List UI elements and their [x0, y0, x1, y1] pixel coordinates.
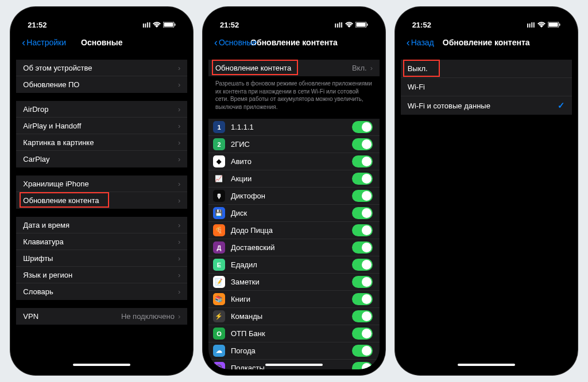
app-icon: 🎧	[213, 362, 225, 369]
app-toggle[interactable]	[352, 207, 373, 219]
option-row[interactable]: Wi-Fi и сотовые данные✓	[401, 96, 572, 115]
app-toggle[interactable]	[352, 293, 373, 305]
chevron-right-icon: ›	[178, 64, 180, 72]
settings-row[interactable]: Шрифты›	[16, 250, 187, 267]
settings-row[interactable]: AirPlay и Handoff›	[16, 118, 187, 134]
settings-row[interactable]: AirDrop›	[16, 101, 187, 118]
app-row: ДДостаевский	[208, 239, 380, 256]
app-toggle[interactable]	[352, 362, 373, 369]
notch	[449, 7, 524, 20]
app-label: 2ГИС	[231, 140, 346, 149]
app-row: ООТП Банк	[208, 325, 380, 342]
screen-1: 21:52 ııll ‹ Настройки Основные Об этом …	[16, 13, 187, 369]
app-toggle[interactable]	[352, 310, 373, 322]
option-row[interactable]: Выкл.	[401, 60, 572, 78]
chevron-right-icon: ›	[178, 105, 180, 114]
content-2[interactable]: Обновление контентаВкл.›Разрешать в фоно…	[208, 52, 380, 369]
back-button[interactable]: ‹ Назад	[407, 37, 434, 49]
svg-rect-7	[548, 22, 558, 26]
row-label: CarPlay	[23, 155, 178, 163]
app-toggle[interactable]	[352, 224, 373, 236]
app-row: 💾Диск	[208, 205, 380, 222]
row-label: Обновление контента	[215, 64, 352, 72]
background-refresh-row[interactable]: Обновление контентаВкл.›	[208, 60, 380, 76]
section-footer: Разрешать в фоновом режиме обновление пр…	[208, 76, 380, 114]
chevron-right-icon: ›	[178, 80, 180, 89]
status-time: 21:52	[220, 21, 239, 29]
settings-row[interactable]: Обновление ПО›	[16, 76, 187, 93]
settings-row[interactable]: Об этом устройстве›	[16, 60, 187, 76]
app-label: Команды	[231, 312, 346, 321]
settings-row[interactable]: Хранилище iPhone›	[16, 176, 187, 192]
app-label: 1.1.1.1	[231, 123, 346, 131]
back-button[interactable]: ‹ Основные	[214, 37, 257, 49]
app-label: Акции	[231, 174, 346, 183]
app-icon: ◆	[213, 155, 225, 167]
option-label: Выкл.	[408, 64, 565, 73]
content-3[interactable]: Выкл.Wi-FiWi-Fi и сотовые данные✓	[401, 52, 572, 369]
home-indicator[interactable]	[458, 364, 515, 366]
row-label: Обновление контента	[23, 196, 178, 205]
app-icon: 1	[213, 121, 225, 133]
phone-frame-3: 21:52 ııll ‹ Назад Обновление контента В…	[395, 7, 578, 375]
phone-frame-1: 21:52 ııll ‹ Настройки Основные Об этом …	[10, 7, 193, 375]
nav-bar: ‹ Настройки Основные	[16, 33, 187, 52]
option-row[interactable]: Wi-Fi	[401, 78, 572, 96]
app-toggle[interactable]	[352, 328, 373, 340]
home-indicator[interactable]	[265, 364, 323, 366]
settings-section: Об этом устройстве›Обновление ПО›	[16, 60, 187, 93]
settings-row[interactable]: Клавиатура›	[16, 233, 187, 250]
apps-section: 11.1.1.122ГИС◆Авито📈Акции🎙Диктофон💾Диск🍕…	[208, 119, 380, 369]
row-value: Вкл.	[352, 64, 367, 72]
row-label: Об этом устройстве	[23, 64, 178, 72]
svg-rect-1	[164, 22, 173, 26]
app-label: Погода	[231, 346, 346, 355]
app-toggle[interactable]	[352, 138, 373, 150]
phone-frame-2: 21:52 ııll ‹ Основные Обновление контент…	[203, 7, 385, 375]
app-toggle[interactable]	[352, 190, 373, 202]
screen-3: 21:52 ııll ‹ Назад Обновление контента В…	[401, 13, 572, 369]
app-row: 🍕Додо Пицца	[208, 222, 380, 239]
settings-section: VPNНе подключено›	[16, 308, 187, 325]
app-toggle[interactable]	[352, 259, 373, 271]
status-indicators: ııll	[142, 21, 176, 29]
app-toggle[interactable]	[352, 345, 373, 357]
app-icon: 🎙	[213, 190, 225, 202]
app-toggle[interactable]	[352, 155, 373, 167]
settings-row[interactable]: VPNНе подключено›	[16, 308, 187, 325]
row-label: Обновление ПО	[23, 80, 178, 89]
chevron-right-icon: ›	[178, 312, 180, 321]
app-toggle[interactable]	[352, 173, 373, 185]
row-label: Словарь	[23, 287, 178, 296]
app-icon: 🍕	[213, 224, 225, 236]
settings-row[interactable]: Обновление контента›	[16, 192, 187, 209]
back-label: Назад	[411, 38, 434, 47]
settings-row[interactable]: CarPlay›	[16, 151, 187, 167]
home-indicator[interactable]	[73, 364, 130, 366]
notch	[64, 7, 139, 20]
option-label: Wi-Fi	[408, 83, 565, 91]
back-button[interactable]: ‹ Настройки	[22, 37, 66, 49]
chevron-right-icon: ›	[178, 287, 180, 296]
app-row: 22ГИС	[208, 136, 380, 153]
back-label: Основные	[219, 38, 257, 47]
checkmark-icon: ✓	[558, 100, 565, 111]
app-icon: ☁	[213, 345, 225, 357]
settings-row[interactable]: Язык и регион›	[16, 267, 187, 283]
row-label: Дата и время	[23, 221, 178, 229]
settings-row[interactable]: Картинка в картинке›	[16, 134, 187, 151]
content-1[interactable]: Об этом устройстве›Обновление ПО›AirDrop…	[16, 52, 187, 369]
chevron-right-icon: ›	[178, 122, 180, 130]
row-label: VPN	[23, 312, 121, 321]
settings-row[interactable]: Словарь›	[16, 283, 187, 300]
settings-row[interactable]: Дата и время›	[16, 217, 187, 233]
app-toggle[interactable]	[352, 121, 373, 133]
option-label: Wi-Fi и сотовые данные	[408, 102, 558, 110]
row-value: Не подключено	[121, 312, 175, 321]
options-section: Выкл.Wi-FiWi-Fi и сотовые данные✓	[401, 60, 572, 115]
app-toggle[interactable]	[352, 276, 373, 288]
app-toggle[interactable]	[352, 241, 373, 254]
header-section: Обновление контентаВкл.›	[208, 60, 380, 76]
status-indicators: ııll	[527, 21, 560, 29]
row-label: Хранилище iPhone	[23, 180, 178, 188]
